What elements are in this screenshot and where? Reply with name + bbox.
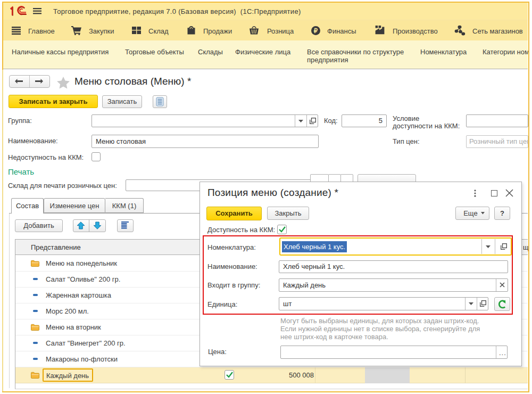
- svg-text:₽: ₽: [314, 28, 318, 34]
